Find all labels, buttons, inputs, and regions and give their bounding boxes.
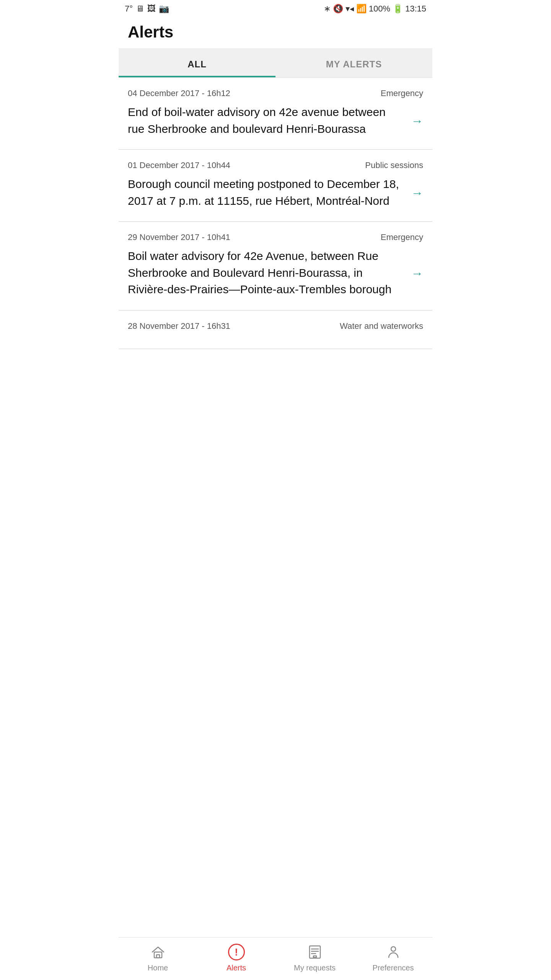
battery-percent: 100%: [369, 4, 390, 14]
time-display: 13:15: [405, 4, 426, 14]
alert-category: Public sessions: [365, 160, 423, 170]
alert-category: Water and waterworks: [340, 321, 423, 331]
screen-icon: 🖥: [136, 4, 144, 14]
alert-category: Emergency: [381, 88, 423, 98]
arrow-icon: →: [411, 114, 423, 128]
alert-meta: 01 December 2017 - 10h44 Public sessions: [128, 160, 423, 170]
bluetooth-icon: ∗: [324, 4, 331, 14]
alert-item[interactable]: 01 December 2017 - 10h44 Public sessions…: [119, 150, 432, 222]
status-right: ∗ 🔇 ▾◂ 📶 100% 🔋 13:15: [324, 4, 426, 14]
temperature: 7°: [125, 4, 133, 14]
alert-item[interactable]: 28 November 2017 - 16h31 Water and water…: [119, 310, 432, 349]
tabs-bar: ALL MY ALERTS: [119, 48, 432, 78]
alert-date: 04 December 2017 - 16h12: [128, 88, 230, 98]
alert-item[interactable]: 04 December 2017 - 16h12 Emergency End o…: [119, 78, 432, 150]
alert-category: Emergency: [381, 232, 423, 242]
wifi-icon: ▾◂: [346, 4, 354, 14]
battery-icon: 🔋: [393, 4, 403, 14]
alert-meta: 29 November 2017 - 10h41 Emergency: [128, 232, 423, 242]
camera-icon: 📷: [159, 4, 169, 14]
page-title: Alerts: [119, 16, 432, 48]
status-bar: 7° 🖥 🖼 📷 ∗ 🔇 ▾◂ 📶 100% 🔋 13:15: [119, 0, 432, 16]
alert-body: End of boil-water advisory on 42e avenue…: [128, 104, 423, 137]
alert-body: Borough council meeting postponed to Dec…: [128, 176, 423, 209]
alert-date: 29 November 2017 - 10h41: [128, 232, 230, 242]
alert-item[interactable]: 29 November 2017 - 10h41 Emergency Boil …: [119, 222, 432, 310]
alert-date: 01 December 2017 - 10h44: [128, 160, 230, 170]
arrow-icon: →: [411, 266, 423, 281]
alert-body: Boil water advisory for 42e Avenue, betw…: [128, 248, 423, 298]
alert-text: Borough council meeting postponed to Dec…: [128, 176, 405, 209]
gallery-icon: 🖼: [147, 4, 156, 14]
status-left: 7° 🖥 🖼 📷: [125, 4, 169, 14]
alert-list: 04 December 2017 - 16h12 Emergency End o…: [119, 78, 432, 349]
alert-date: 28 November 2017 - 16h31: [128, 321, 230, 331]
mute-icon: 🔇: [333, 4, 343, 14]
alert-text: End of boil-water advisory on 42e avenue…: [128, 104, 405, 137]
tab-my-alerts[interactable]: MY ALERTS: [276, 48, 432, 77]
alert-meta: 04 December 2017 - 16h12 Emergency: [128, 88, 423, 98]
arrow-icon: →: [411, 186, 423, 200]
signal-icon: 📶: [356, 4, 367, 14]
tab-all[interactable]: ALL: [119, 48, 276, 77]
alert-text: Boil water advisory for 42e Avenue, betw…: [128, 248, 405, 298]
alert-meta: 28 November 2017 - 16h31 Water and water…: [128, 321, 423, 331]
